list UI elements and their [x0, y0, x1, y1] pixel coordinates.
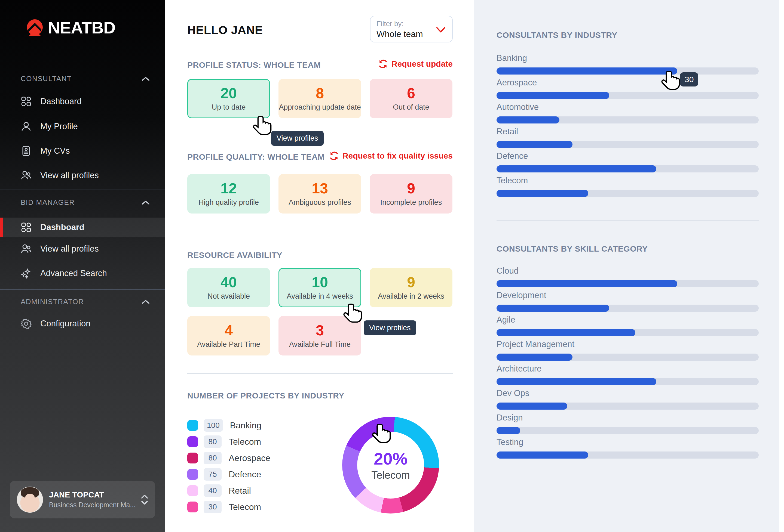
- legend-item-banking[interactable]: 100 Banking: [187, 419, 270, 432]
- sidebar-item-dashboard[interactable]: Dashboard: [0, 92, 165, 111]
- legend-value: 40: [204, 484, 222, 497]
- bar-telecom[interactable]: [497, 190, 759, 197]
- dashboard-page: NEATBD CONSULTANT Dashboard My: [0, 0, 784, 532]
- neatbd-logo-icon: [26, 19, 44, 36]
- user-name: JANE TOPCAT: [49, 491, 135, 499]
- bar-label-agile: Agile: [497, 315, 515, 325]
- card-value: 3: [316, 323, 324, 337]
- card-value: 13: [312, 181, 328, 196]
- card-value: 9: [407, 181, 415, 196]
- users-icon: [21, 170, 32, 181]
- bar-agile[interactable]: [497, 329, 759, 336]
- card-label: Not available: [207, 292, 250, 300]
- legend-label: Telecom: [229, 437, 261, 447]
- card-out-of-date[interactable]: 6 Out of date: [370, 79, 452, 118]
- section-label: ADMINISTRATOR: [21, 298, 84, 306]
- section-header-consultant[interactable]: CONSULTANT: [21, 75, 150, 83]
- action-label: Request update: [391, 59, 453, 68]
- view-profiles-tooltip: View profiles: [271, 131, 324, 146]
- bar-label-dev-ops: Dev Ops: [497, 388, 530, 398]
- bar-development[interactable]: [497, 305, 759, 312]
- card-label: High quality profile: [198, 198, 259, 207]
- card-up-to-date[interactable]: 20 Up to date: [187, 79, 270, 118]
- card-value: 4: [225, 323, 233, 337]
- bar-aerospace[interactable]: [497, 92, 759, 99]
- dashboard-grid-icon: [21, 96, 32, 107]
- card-label: Incomplete profiles: [380, 198, 442, 207]
- card-approaching-update[interactable]: 8 Approaching update date: [279, 79, 361, 118]
- chevron-up-down-icon[interactable]: [141, 495, 148, 505]
- bar-testing[interactable]: [497, 451, 759, 459]
- user-icon: [21, 121, 32, 132]
- bar-label-development: Development: [497, 291, 547, 300]
- chevron-down-icon: [436, 27, 446, 33]
- sidebar-item-advanced-search[interactable]: Advanced Search: [0, 264, 165, 283]
- legend-item-telecom-80[interactable]: 80 Telecom: [187, 435, 270, 448]
- bar-label-testing: Testing: [497, 437, 523, 447]
- legend-item-retail[interactable]: 40 Retail: [187, 484, 270, 497]
- bar-automotive[interactable]: [497, 116, 759, 123]
- action-label: Request to fix quality issues: [342, 151, 453, 160]
- legend-value: 80: [204, 452, 222, 464]
- legend-swatch: [187, 436, 198, 447]
- card-not-available[interactable]: 40 Not available: [187, 268, 270, 307]
- sidebar-item-bid-dashboard-active[interactable]: Dashboard: [0, 217, 165, 237]
- bar-banking[interactable]: [497, 67, 759, 75]
- sidebar-item-my-cvs[interactable]: My CVs: [0, 141, 165, 161]
- card-available-4-weeks[interactable]: 10 Available in 4 weeks: [279, 268, 361, 307]
- card-label: Ambiguous profiles: [288, 198, 351, 207]
- card-label: Available Full Time: [289, 340, 351, 349]
- bar-dev-ops[interactable]: [497, 403, 759, 410]
- bar-defence[interactable]: [497, 166, 759, 172]
- projects-donut-chart[interactable]: 20% Telecom: [342, 417, 439, 513]
- card-available-part-time[interactable]: 4 Available Part Time: [187, 316, 270, 355]
- logo-text: NEATBD: [48, 18, 115, 37]
- sidebar-item-label: Advanced Search: [40, 268, 107, 278]
- scrollbar-track[interactable]: [779, 0, 784, 532]
- card-incomplete[interactable]: 9 Incomplete profiles: [370, 174, 452, 213]
- card-ambiguous[interactable]: 13 Ambiguous profiles: [279, 174, 361, 213]
- sidebar-item-label: My Profile: [40, 122, 78, 131]
- card-high-quality[interactable]: 12 High quality profile: [187, 174, 270, 213]
- logo[interactable]: NEATBD: [26, 18, 115, 37]
- legend-item-defence[interactable]: 75 Defence: [187, 468, 270, 481]
- refresh-icon: [329, 151, 339, 161]
- bar-architecture[interactable]: [497, 378, 759, 385]
- section-label: BID MANAGER: [21, 198, 75, 207]
- legend-item-telecom-30[interactable]: 30 Telecom: [187, 500, 270, 513]
- bar-design[interactable]: [497, 427, 759, 434]
- section-header-bid-manager[interactable]: BID MANAGER: [21, 198, 150, 207]
- card-available-full-time[interactable]: 3 Available Full Time: [279, 316, 361, 355]
- sidebar-item-label: View all profiles: [40, 244, 99, 254]
- section-header-administrator[interactable]: ADMINISTRATOR: [21, 298, 150, 306]
- section-label: CONSULTANT: [21, 75, 72, 83]
- chevron-up-icon[interactable]: [142, 77, 150, 81]
- request-update-link[interactable]: Request update: [378, 59, 453, 69]
- sidebar-item-my-profile[interactable]: My Profile: [0, 117, 165, 136]
- bar-cloud[interactable]: [497, 280, 759, 287]
- card-value: 6: [407, 86, 415, 100]
- card-label: Available Part Time: [197, 340, 260, 349]
- filter-dropdown[interactable]: Filter by: Whole team: [370, 16, 453, 42]
- avatar: [17, 486, 43, 513]
- card-available-2-weeks[interactable]: 9 Available in 2 weeks: [370, 268, 452, 307]
- right-panel-divider: [497, 220, 759, 221]
- card-label: Available in 4 weeks: [287, 292, 353, 300]
- request-fix-quality-link[interactable]: Request to fix quality issues: [329, 151, 453, 161]
- bar-label-architecture: Architecture: [497, 364, 541, 374]
- legend-item-aerospace[interactable]: 80 Aerospace: [187, 451, 270, 465]
- sidebar-item-view-all-profiles[interactable]: View all profiles: [0, 166, 165, 185]
- chevron-up-icon[interactable]: [142, 200, 150, 205]
- legend-value: 80: [204, 436, 222, 448]
- user-profile-card[interactable]: JANE TOPCAT Business Development Ma...: [10, 481, 155, 519]
- card-label: Approaching update date: [279, 103, 361, 112]
- card-label: Out of date: [393, 103, 429, 112]
- legend-swatch: [187, 452, 198, 464]
- sidebar-item-configuration[interactable]: Configuration: [0, 314, 165, 333]
- sidebar-divider: [0, 189, 165, 190]
- donut-legend: 100 Banking 80 Telecom 80 Aerospace 75 D…: [187, 419, 270, 513]
- chevron-up-icon[interactable]: [142, 299, 150, 304]
- bar-project-management[interactable]: [497, 354, 759, 361]
- sidebar-item-bid-view-all-profiles[interactable]: View all profiles: [0, 239, 165, 259]
- bar-retail[interactable]: [497, 141, 759, 148]
